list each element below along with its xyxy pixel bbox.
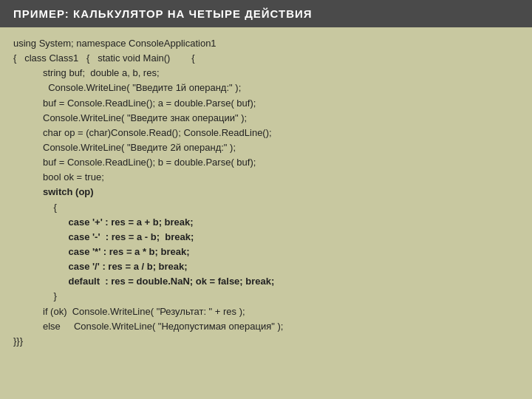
code-line: switch (op) [13, 185, 519, 200]
code-line: using System; namespace ConsoleApplicati… [13, 36, 519, 51]
header-title: ПРИМЕР: КАЛЬКУЛЯТОР НА ЧЕТЫРЕ ДЕЙСТВИЯ [13, 7, 313, 20]
code-line: else Console.WriteLine( "Недопустимая оп… [13, 319, 519, 334]
code-line: { class Class1 { static void Main() { [13, 51, 519, 66]
code-line: bool ok = true; [13, 170, 519, 185]
code-line: Console.WriteLine( "Введите знак операци… [13, 111, 519, 126]
code-line: case '/' : res = a / b; break; [13, 259, 519, 274]
code-line: Console.WriteLine( "Введите 2й операнд:"… [13, 140, 519, 155]
code-line: { [13, 200, 519, 215]
code-line: Console.WriteLine( "Введите 1й операнд:"… [13, 81, 519, 95]
code-line: if (ok) Console.WriteLine( "Результат: "… [13, 304, 519, 319]
code-line: case '*' : res = a * b; break; [13, 245, 519, 259]
code-line: buf = Console.ReadLine(); a = double.Par… [13, 96, 519, 111]
code-line: }}} [13, 334, 519, 349]
code-block: using System; namespace ConsoleApplicati… [0, 27, 532, 358]
code-line: default : res = double.NaN; ok = false; … [13, 274, 519, 289]
code-line: buf = Console.ReadLine(); b = double.Par… [13, 155, 519, 170]
code-line: case '-' : res = a - b; break; [13, 230, 519, 245]
code-line: char op = (char)Console.Read(); Console.… [13, 126, 519, 140]
code-line: } [13, 289, 519, 304]
code-line: string buf; double a, b, res; [13, 66, 519, 81]
code-line: case '+' : res = a + b; break; [13, 215, 519, 230]
page-header: ПРИМЕР: КАЛЬКУЛЯТОР НА ЧЕТЫРЕ ДЕЙСТВИЯ [0, 0, 532, 27]
